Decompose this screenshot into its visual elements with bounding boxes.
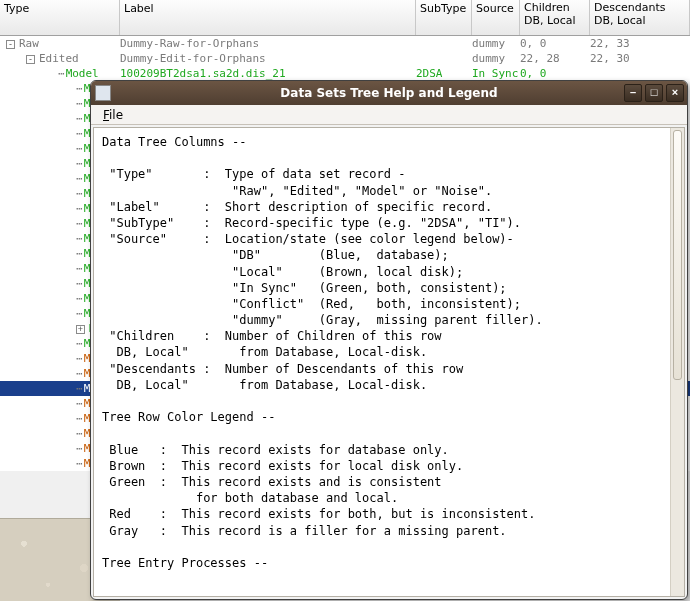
tree-line-icon: ⋯ [76,381,82,396]
row-subtype [416,36,472,51]
help-text-area[interactable]: Data Tree Columns -- "Type" : Type of da… [93,127,685,597]
tree-line-icon: ⋯ [76,111,82,126]
dialog-titlebar[interactable]: Data Sets Tree Help and Legend – □ × [91,81,687,105]
maximize-button[interactable]: □ [645,84,663,102]
tree-line-icon: ⋯ [76,396,82,411]
dialog-title: Data Sets Tree Help and Legend [280,86,497,100]
tree-line-icon: ⋯ [76,216,82,231]
scrollbar-thumb[interactable] [673,130,682,380]
table-row[interactable]: -RawDummy-Raw-for-Orphansdummy0, 022, 33 [0,36,690,51]
col-header-label[interactable]: Label [120,0,416,35]
tree-header-row: Type Label SubType Source Children DB, L… [0,0,690,36]
tree-line-icon: ⋯ [76,156,82,171]
tree-line-icon: ⋯ [76,261,82,276]
tree-line-icon: ⋯ [76,366,82,381]
row-children: 0, 0 [520,66,590,81]
tree-line-icon: ⋯ [76,96,82,111]
help-dialog: Data Sets Tree Help and Legend – □ × Fil… [90,80,688,600]
collapse-icon[interactable]: - [6,40,15,49]
tree-line-icon: ⋯ [76,186,82,201]
help-text: Data Tree Columns -- "Type" : Type of da… [102,135,543,570]
tree-line-icon: ⋯ [76,426,82,441]
col-header-descendants[interactable]: Descendants DB, Local [590,0,690,35]
row-children: 0, 0 [520,36,590,51]
tree-line-icon: ⋯ [76,246,82,261]
window-controls: – □ × [624,84,684,102]
tree-line-icon: ⋯ [76,441,82,456]
window-icon [95,85,111,101]
tree-line-icon: ⋯ [76,126,82,141]
row-label: Dummy-Edit-for-Orphans [120,51,416,66]
row-source: dummy [472,51,520,66]
tree-line-icon: ⋯ [76,81,82,96]
table-row[interactable]: ⋯Model100209BT2dsa1.sa2d.dis_212DSAIn Sy… [0,66,690,81]
row-source: dummy [472,36,520,51]
col-header-type[interactable]: Type [0,0,120,35]
dialog-menubar: File [91,105,687,125]
row-type: Edited [39,52,79,65]
tree-line-icon: ⋯ [76,231,82,246]
tree-line-icon: ⋯ [76,306,82,321]
expand-icon[interactable]: + [76,325,85,334]
tree-line-icon: ⋯ [76,171,82,186]
row-type: Model [66,67,99,80]
row-type: Raw [19,37,39,50]
minimize-button[interactable]: – [624,84,642,102]
row-label: 100209BT2dsa1.sa2d.dis_21 [120,66,416,81]
row-subtype: 2DSA [416,66,472,81]
row-descendants: 22, 33 [590,36,690,51]
tree-line-icon: ⋯ [76,141,82,156]
row-descendants [590,66,690,81]
row-subtype [416,51,472,66]
row-source: In Sync [472,66,520,81]
close-button[interactable]: × [666,84,684,102]
row-label: Dummy-Raw-for-Orphans [120,36,416,51]
tree-line-icon: ⋯ [76,411,82,426]
tree-line-icon: ⋯ [76,201,82,216]
row-children: 22, 28 [520,51,590,66]
collapse-icon[interactable]: - [26,55,35,64]
table-row[interactable]: -EditedDummy-Edit-for-Orphansdummy22, 28… [0,51,690,66]
tree-line-icon: ⋯ [76,276,82,291]
tree-line-icon: ⋯ [76,336,82,351]
menu-file[interactable]: File [97,107,129,123]
vertical-scrollbar[interactable] [670,128,684,596]
tree-line-icon: ⋯ [76,291,82,306]
tree-line-icon: ⋯ [76,351,82,366]
col-header-subtype[interactable]: SubType [416,0,472,35]
row-descendants: 22, 30 [590,51,690,66]
tree-line-icon: ⋯ [58,66,64,81]
col-header-children[interactable]: Children DB, Local [520,0,590,35]
col-header-source[interactable]: Source [472,0,520,35]
tree-line-icon: ⋯ [76,456,82,471]
